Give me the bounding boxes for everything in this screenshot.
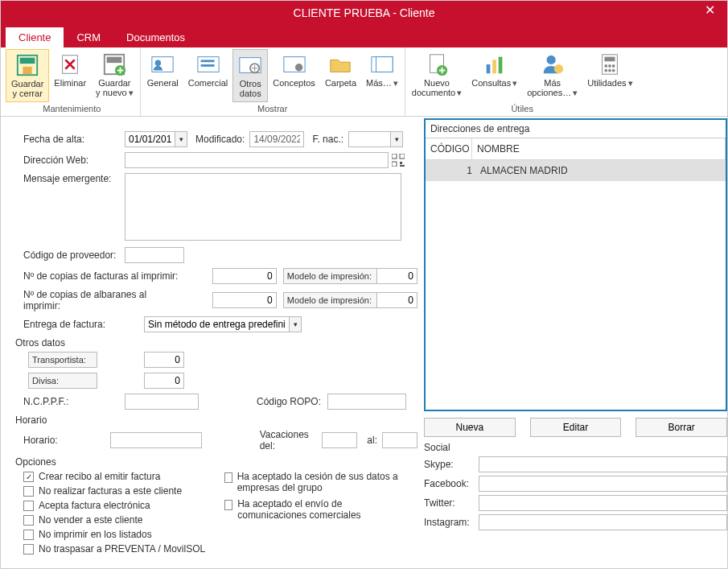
modificado-label: Modificado: <box>195 134 245 145</box>
transportista-button[interactable]: Transportista: <box>28 352 97 368</box>
svg-rect-20 <box>486 64 490 73</box>
col-codigo[interactable]: CÓDIGO <box>426 138 472 159</box>
save-close-icon <box>15 53 39 77</box>
check-no-imprimir[interactable]: No imprimir en los listados <box>23 529 224 540</box>
tab-cliente[interactable]: Cliente <box>6 27 64 47</box>
direccion-web-input[interactable] <box>125 152 389 168</box>
table-row[interactable]: 1 ALMACEN MADRID <box>426 160 726 181</box>
codigo-proveedor-label: Código de proveedor: <box>23 249 125 261</box>
svg-rect-37 <box>400 165 405 167</box>
editar-button[interactable]: Editar <box>530 418 622 437</box>
modelo-impresion-alb-button[interactable]: Modelo de impresión: <box>283 292 377 308</box>
check-no-preventa[interactable]: No traspasar a PREVENTA / MovilSOL <box>23 543 224 555</box>
chevron-down-icon[interactable]: ▾ <box>289 316 302 332</box>
folder-icon <box>328 52 352 76</box>
copias-facturas-input[interactable] <box>212 268 277 284</box>
delete-button[interactable]: Eliminar <box>49 49 91 102</box>
check-no-vender[interactable]: No vender a este cliente <box>23 514 224 526</box>
delete-icon <box>58 52 82 76</box>
ncppf-input[interactable] <box>125 394 199 410</box>
chevron-down-icon[interactable]: ▾ <box>175 131 187 147</box>
codigo-proveedor-input[interactable] <box>125 247 184 263</box>
svg-point-15 <box>295 64 302 71</box>
tab-documentos[interactable]: Documentos <box>113 27 198 47</box>
vacaciones-al-input[interactable] <box>382 432 417 448</box>
facebook-label: Facebook: <box>424 478 479 489</box>
fecha-alta-label: Fecha de alta: <box>23 134 125 145</box>
general-button[interactable]: General <box>142 49 183 102</box>
instagram-input[interactable] <box>479 514 727 530</box>
modelo-impresion-fact-value[interactable] <box>377 268 417 284</box>
cell-codigo: 1 <box>430 165 477 176</box>
direccion-web-label: Dirección Web: <box>23 155 125 166</box>
mas-opciones-button[interactable]: Más opciones…▾ <box>522 49 582 102</box>
utilidades-button[interactable]: Utilidades▾ <box>582 49 637 102</box>
chevron-down-icon[interactable]: ▾ <box>390 131 403 147</box>
conceptos-button[interactable]: Conceptos <box>268 49 320 102</box>
ribbon-group-mantenimiento: Mantenimiento <box>6 102 138 115</box>
mas-button[interactable]: Más…▾ <box>361 49 403 102</box>
horario-input[interactable] <box>110 432 202 448</box>
entrega-factura-label: Entrega de factura: <box>23 319 144 330</box>
ribbon-group-mostrar: Mostrar <box>142 102 403 115</box>
comercial-button[interactable]: Comercial <box>183 49 233 102</box>
nuevo-documento-button[interactable]: Nuevo documento▾ <box>407 49 467 102</box>
carpeta-button[interactable]: Carpeta <box>320 49 361 102</box>
comercial-icon <box>196 52 220 76</box>
chart-icon <box>483 52 507 76</box>
divisa-button[interactable]: Divisa: <box>28 373 97 389</box>
modelo-impresion-fact-button[interactable]: Modelo de impresión: <box>283 268 377 284</box>
svg-rect-36 <box>400 162 402 164</box>
svg-point-8 <box>155 60 162 66</box>
modelo-impresion-alb-value[interactable] <box>377 292 417 308</box>
instagram-label: Instagram: <box>424 517 479 528</box>
qr-icon[interactable] <box>392 154 405 167</box>
opciones-heading: Opciones <box>15 456 417 468</box>
vacaciones-del-input[interactable] <box>322 432 357 448</box>
svg-point-23 <box>546 56 555 64</box>
title-bar: CLIENTE PRUEBA - Cliente ✕ <box>1 1 727 25</box>
nueva-button[interactable]: Nueva <box>424 418 516 437</box>
consultas-button[interactable]: Consultas▾ <box>467 49 522 102</box>
tab-strip: Cliente CRM Documentos <box>1 25 727 47</box>
col-nombre[interactable]: NOMBRE <box>472 138 726 159</box>
svg-rect-35 <box>392 162 397 167</box>
check-cesion-datos[interactable]: Ha aceptado la cesión de sus datos a emp… <box>224 471 409 493</box>
save-new-button[interactable]: Guardar y nuevo▾ <box>91 49 138 102</box>
copias-albaranes-input[interactable] <box>212 292 277 308</box>
conceptos-icon <box>282 52 306 76</box>
vacaciones-al-label: al: <box>367 435 377 446</box>
tab-crm[interactable]: CRM <box>64 27 113 47</box>
save-close-button[interactable]: Guardar y cerrar <box>6 49 49 102</box>
borrar-button[interactable]: Borrar <box>635 418 727 437</box>
modificado-input <box>249 131 304 147</box>
horario-heading: Horario <box>15 414 417 426</box>
skype-input[interactable] <box>479 456 727 472</box>
svg-point-28 <box>608 64 611 68</box>
svg-point-29 <box>612 64 615 68</box>
check-no-facturas[interactable]: No realizar facturas a este cliente <box>23 485 224 497</box>
twitter-input[interactable] <box>479 495 727 511</box>
otros-datos-button[interactable]: Otros datos <box>232 49 268 102</box>
codigo-ropo-label: Código ROPO: <box>257 396 321 407</box>
check-envio-comercial[interactable]: Ha aceptado el envío de comunicaciones c… <box>224 498 409 521</box>
ribbon-group-utiles: Útiles <box>407 102 638 115</box>
codigo-ropo-input[interactable] <box>327 394 406 410</box>
svg-rect-5 <box>107 57 122 64</box>
close-button[interactable]: ✕ <box>698 2 721 18</box>
copias-facturas-label: Nº de copias de facturas al imprimir: <box>23 270 183 282</box>
transportista-input[interactable] <box>144 352 184 368</box>
calculator-icon <box>598 52 622 76</box>
entrega-factura-select[interactable]: ▾ <box>144 316 302 332</box>
divisa-input[interactable] <box>144 373 184 389</box>
ncppf-label: N.C.P.P.F.: <box>23 396 125 407</box>
fecha-alta-input[interactable]: ▾ <box>125 131 187 147</box>
svg-point-24 <box>554 64 563 73</box>
check-crear-recibo[interactable]: Crear recibo al emitir factura <box>23 471 224 482</box>
mensaje-emergente-input[interactable] <box>125 173 401 241</box>
fnac-input[interactable]: ▾ <box>348 131 403 147</box>
facebook-input[interactable] <box>479 476 727 492</box>
mas-icon <box>370 52 394 76</box>
cell-nombre: ALMACEN MADRID <box>477 165 721 176</box>
check-acepta-efactura[interactable]: Acepta factura electrónica <box>23 500 224 511</box>
